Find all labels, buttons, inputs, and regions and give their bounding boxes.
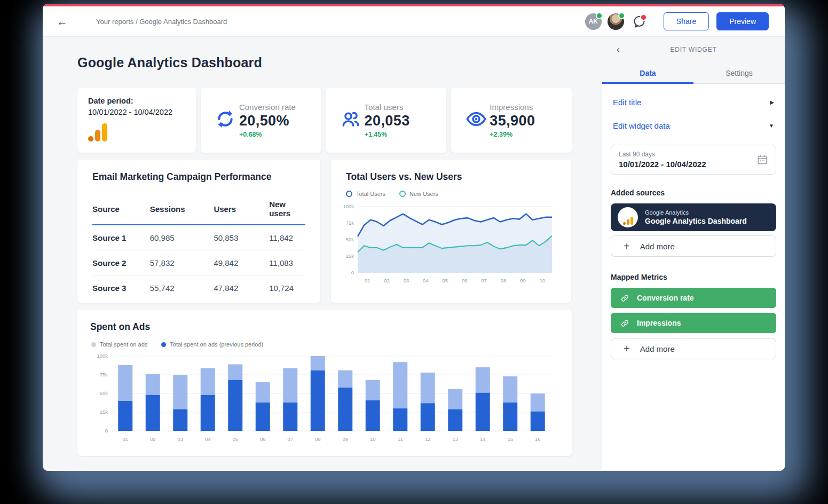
- back-arrow-icon: ←: [57, 16, 68, 27]
- kpi-label: Impressions: [490, 103, 535, 112]
- x-tick-label: 13: [452, 436, 458, 442]
- x-tick-label: 05: [443, 278, 448, 284]
- mapped-metrics-list: Conversion rateImpressions: [611, 288, 776, 333]
- panel-content: Edit title ▶ Edit widget data ▼ Last 90 …: [602, 84, 785, 471]
- source-card-google-analytics[interactable]: Google Analytics Google Analytics Dashbo…: [611, 203, 776, 231]
- bar-segment-previous: [256, 403, 270, 431]
- chart-legend: Total Users New Users: [346, 191, 562, 197]
- edit-widget-data-row[interactable]: Edit widget data ▼: [611, 121, 776, 130]
- x-tick-label: 04: [423, 278, 429, 284]
- spent-on-ads-widget[interactable]: Spent on Ads Total spent on ads Total sp…: [77, 310, 572, 456]
- date-range-picker[interactable]: Last 90 days 10/01/2022 - 10/04/2022: [611, 145, 776, 175]
- panel-back-button[interactable]: ‹: [617, 45, 620, 54]
- avatar-photo[interactable]: [608, 13, 624, 30]
- x-tick-label: 03: [404, 278, 409, 284]
- avatar-ak[interactable]: AK: [585, 13, 602, 30]
- widget-title: Spent on Ads: [90, 321, 559, 333]
- bar-segment-current: [338, 371, 352, 388]
- back-button[interactable]: ←: [43, 6, 82, 36]
- kpi-value: 20,053: [365, 113, 410, 129]
- link-icon: [620, 294, 629, 303]
- table-cell: 55,742: [150, 275, 214, 301]
- bar-segment-current: [228, 364, 242, 380]
- edit-title-row[interactable]: Edit title ▶: [611, 98, 776, 107]
- total-users-widget[interactable]: Total users 20,053 +1.45%: [326, 88, 447, 153]
- users-chart-widget[interactable]: Total Users vs. New Users Total Users Ne…: [331, 160, 571, 303]
- kpi-value: 35,900: [490, 113, 535, 129]
- legend-label: Total spent on ads (previous period): [170, 341, 263, 348]
- table-cell: Source 3: [92, 275, 150, 301]
- bar-segment-previous: [476, 393, 490, 431]
- edit-widget-panel: ‹ EDIT WIDGET Data Settings Edit title ▶…: [602, 37, 785, 471]
- x-tick-label: 15: [507, 436, 513, 442]
- x-tick-label: 06: [462, 278, 468, 284]
- table-header-cell: Sessions: [150, 194, 214, 225]
- date-period-widget[interactable]: Date period: 10/01/2022 - 10/04/2022: [77, 88, 196, 153]
- kpi-delta: +0.68%: [239, 131, 296, 138]
- bar-segment-current: [173, 375, 187, 409]
- x-tick-label: 14: [480, 436, 486, 442]
- x-tick-label: 02: [384, 278, 390, 284]
- table-cell: 11,083: [269, 250, 305, 275]
- notification-dot: [640, 14, 647, 21]
- bar-segment-previous: [173, 409, 187, 431]
- bar-segment-current: [421, 373, 435, 403]
- table-row: Source 257,83249,84211,083: [92, 250, 305, 275]
- table-header-cell: Users: [214, 194, 269, 225]
- topbar: ← Your reports / Google Analytics Dashbo…: [43, 6, 785, 37]
- bar-segment-previous: [283, 403, 297, 431]
- tab-data[interactable]: Data: [602, 62, 693, 83]
- panel-header: ‹ EDIT WIDGET: [602, 37, 785, 62]
- x-tick-label: 08: [315, 436, 321, 442]
- bar-segment-previous: [228, 380, 242, 431]
- date-range-preset: Last 90 days: [619, 151, 706, 158]
- bar-segment-previous: [146, 395, 160, 431]
- bar-segment-previous: [118, 401, 132, 431]
- impressions-widget[interactable]: Impressions 35,900 +2.39%: [451, 88, 572, 153]
- table-header-cell: Source: [92, 194, 150, 225]
- added-sources-label: Added sources: [611, 188, 776, 197]
- campaign-table: SourceSessionsUsersNew users Source 160,…: [92, 194, 305, 300]
- add-more-label: Add more: [640, 344, 675, 353]
- breadcrumb: Your reports / Google Analytics Dashboar…: [96, 18, 227, 26]
- refresh-icon: [215, 108, 239, 132]
- legend-label: New Users: [409, 191, 438, 197]
- kpi-delta: +1.45%: [365, 131, 410, 138]
- source-type: Google Analytics: [645, 209, 747, 216]
- panel-tabs: Data Settings: [602, 62, 785, 84]
- conversion-rate-widget[interactable]: Conversion rate 20,50% +0.68%: [201, 88, 321, 153]
- email-campaign-table-widget[interactable]: Email Marketing Campaign Performance Sou…: [77, 160, 320, 303]
- y-tick-label: 25k: [346, 253, 354, 259]
- eye-icon: [465, 108, 490, 132]
- add-source-button[interactable]: + Add more: [611, 235, 776, 257]
- x-tick-label: 07: [287, 436, 293, 442]
- tab-settings[interactable]: Settings: [693, 62, 785, 83]
- table-cell: 50,853: [214, 225, 269, 250]
- x-tick-label: 10: [540, 278, 546, 284]
- preview-button[interactable]: Preview: [716, 12, 769, 30]
- table-cell: Source 2: [92, 250, 150, 275]
- x-tick-label: 09: [520, 278, 526, 284]
- bar-segment-previous: [201, 395, 215, 431]
- bar-segment-current: [366, 380, 380, 400]
- table-cell: 57,832: [150, 250, 214, 275]
- mapped-metric-conversion-rate[interactable]: Conversion rate: [611, 288, 776, 308]
- table-row: Source 160,98550,85311,842: [92, 225, 305, 250]
- x-tick-label: 05: [232, 436, 238, 442]
- share-button[interactable]: Share: [664, 12, 709, 30]
- add-metric-button[interactable]: + Add more: [611, 338, 776, 359]
- total-users-vs-new-users-chart: 025k50k75k100k01020304050607080910: [341, 201, 556, 287]
- x-tick-label: 07: [481, 278, 487, 284]
- plus-icon: +: [624, 343, 630, 354]
- comments-button[interactable]: [631, 13, 648, 30]
- bar-segment-current: [531, 393, 545, 412]
- mapped-metrics-label: Mapped Metrics: [611, 273, 776, 281]
- bar-segment-previous: [338, 388, 352, 431]
- legend-ring-new-users: [399, 191, 406, 197]
- table-header-row: SourceSessionsUsersNew users: [92, 194, 305, 225]
- y-tick-label: 0: [105, 428, 108, 434]
- mapped-metric-impressions[interactable]: Impressions: [611, 313, 776, 333]
- bar-segment-previous: [421, 403, 435, 431]
- bar-segment-current: [311, 356, 325, 371]
- y-tick-label: 50k: [100, 390, 108, 396]
